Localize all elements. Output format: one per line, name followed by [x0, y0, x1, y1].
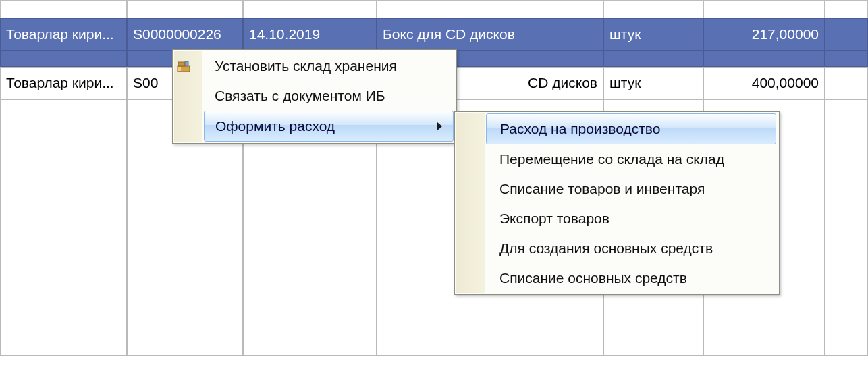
cell-unit: штук: [603, 18, 703, 51]
menu-item-issue-expense[interactable]: Оформить расход: [204, 111, 454, 142]
submenu-gutter: [456, 113, 485, 293]
submenu-item-label: Перемещение со склада на склад: [499, 151, 724, 167]
cell-qty: 400,00000: [703, 67, 825, 99]
header-cell: [603, 0, 703, 18]
submenu-item-create-assets[interactable]: Для создания основных средств: [485, 234, 778, 263]
submenu-item-label: Списание основных средств: [499, 270, 687, 286]
submenu-expense[interactable]: Расход на производство Перемещение со ск…: [454, 111, 780, 295]
cell-type: Товарлар кири...: [0, 67, 127, 99]
header-cell: [243, 0, 377, 18]
cell-item: Бокс для CD дисков: [377, 18, 603, 51]
header-cell: [0, 0, 127, 18]
header-cell: [127, 0, 243, 18]
menu-item-label: Оформить расход: [215, 118, 429, 134]
context-menu-gutter: [174, 51, 202, 142]
menu-icon-placeholder: [174, 111, 193, 140]
submenu-item-writeoff-goods[interactable]: Списание товаров и инвентаря: [485, 174, 778, 204]
submenu-item-production[interactable]: Расход на производство: [486, 113, 776, 144]
cell-type: Товарлар кири...: [0, 18, 127, 51]
cell-unit: штук: [603, 67, 703, 99]
grid-header-row: [0, 0, 868, 18]
submenu-item-label: Списание товаров и инвентаря: [499, 181, 705, 197]
header-cell: [825, 0, 868, 18]
menu-item-link-document[interactable]: Связать с документом ИБ: [202, 81, 455, 111]
submenu-item-writeoff-assets[interactable]: Списание основных средств: [485, 263, 778, 293]
table-row-selected[interactable]: Товарлар кири... S0000000226 14.10.2019 …: [0, 18, 868, 51]
svg-rect-2: [178, 62, 185, 66]
svg-rect-1: [178, 67, 181, 71]
cell-qty: 217,00000: [703, 18, 825, 51]
menu-item-set-warehouse[interactable]: Установить склад хранения: [202, 51, 455, 81]
cell-doc: S0000000226: [127, 18, 243, 51]
menu-item-label: Связать с документом ИБ: [215, 88, 443, 104]
cell-date: 14.10.2019: [243, 18, 377, 51]
submenu-item-transfer[interactable]: Перемещение со склада на склад: [485, 144, 778, 174]
cell-tail: [825, 67, 868, 99]
warehouse-icon: [174, 51, 193, 81]
submenu-item-label: Экспорт товаров: [499, 211, 609, 227]
header-cell: [703, 0, 825, 18]
context-menu[interactable]: Установить склад хранения Связать с доку…: [172, 49, 457, 144]
cell-tail: [825, 18, 868, 51]
header-cell: [377, 0, 603, 18]
submenu-item-label: Расход на производство: [500, 121, 660, 137]
submenu-item-export[interactable]: Экспорт товаров: [485, 204, 778, 234]
menu-item-label: Установить склад хранения: [215, 58, 443, 74]
menu-icon-placeholder: [174, 81, 193, 111]
submenu-item-label: Для создания основных средств: [499, 240, 713, 257]
